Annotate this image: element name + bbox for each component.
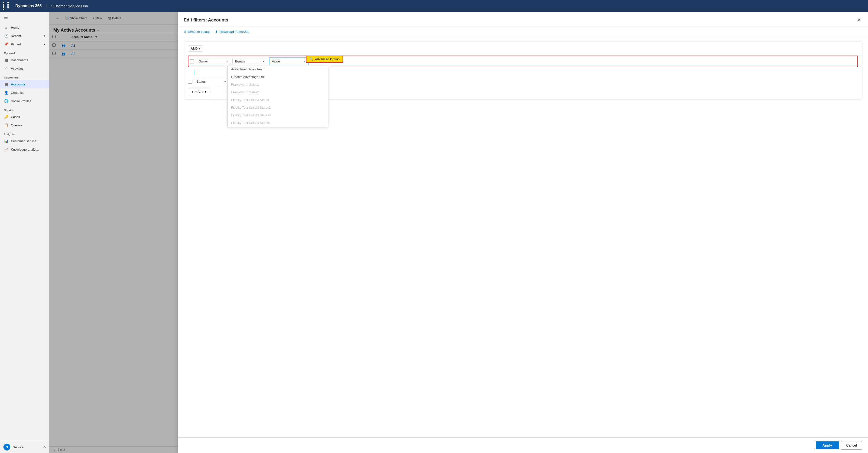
filter-op-1-label: Equals <box>235 60 245 63</box>
filter-operator-1[interactable]: Equals ▾ <box>232 58 267 65</box>
modal-close-button[interactable]: ✕ <box>857 16 862 24</box>
dropdown-item-7[interactable]: Fidelity Test Unit All States4 <box>228 119 328 127</box>
download-icon: ⬇ <box>215 30 218 34</box>
sidebar-item-customer-service[interactable]: 📊 Customer Service ... <box>0 137 49 145</box>
sidebar-activities-label: Activities <box>11 67 24 70</box>
social-icon: 🌐 <box>4 99 8 103</box>
filter-value-1[interactable]: Value ▾ <box>269 58 308 65</box>
field-1-arrow: ▾ <box>226 60 228 63</box>
modal-header: Edit filters: Accounts ✕ <box>178 12 868 27</box>
filter-field-2[interactable]: Status ▾ <box>194 78 228 85</box>
and-arrow: ▾ <box>198 47 200 51</box>
modal-overlay: Edit filters: Accounts ✕ ↺ Reset to defa… <box>50 12 868 453</box>
contacts-icon: 👤 <box>4 91 8 95</box>
pinned-icon: 📌 <box>4 42 8 46</box>
filter-field-2-label: Status <box>196 80 206 84</box>
filter-row1-checkbox[interactable] <box>190 60 194 63</box>
sidebar-knowledge-label: Knowledge analyt... <box>11 148 39 151</box>
section-insights: Insights <box>0 129 49 137</box>
sidebar-accounts-label: Accounts <box>11 83 25 86</box>
add-arrow: ▾ <box>205 90 207 94</box>
sidebar-item-activities[interactable]: ✓ Activities <box>0 64 49 72</box>
and-label: AND <box>191 47 197 51</box>
dropdown-item-5[interactable]: Fidelity Test Unit All States2 <box>228 104 328 111</box>
advanced-lookup-label: Advanced lookup <box>315 57 340 61</box>
value-1-arrow: ▾ <box>304 60 306 63</box>
dynamics-title: Dynamics 365 <box>15 4 42 8</box>
sidebar-pinned-label: Pinned <box>11 42 21 46</box>
activities-icon: ✓ <box>4 66 8 70</box>
sidebar-item-cases[interactable]: 🔑 Cases <box>0 112 49 121</box>
sidebar-cs-label: Customer Service ... <box>11 139 40 143</box>
sidebar-social-label: Social Profiles <box>11 99 31 103</box>
user-avatar: S <box>3 444 10 451</box>
filter-value-1-label: Value <box>272 60 280 63</box>
op-1-arrow: ▾ <box>263 60 264 63</box>
sidebar-item-pinned[interactable]: 📌 Pinned ▾ <box>0 40 49 48</box>
section-my-work: My Work <box>0 48 49 56</box>
app-name: Customer Service Hub <box>51 4 88 8</box>
sidebar-item-recent[interactable]: 🕐 Recent ▾ <box>0 32 49 40</box>
sidebar-dashboards-label: Dashboards <box>11 58 28 62</box>
cases-icon: 🔑 <box>4 115 8 119</box>
filter-row2-checkbox[interactable] <box>188 80 192 84</box>
filter-connector <box>194 70 194 75</box>
reset-to-default-button[interactable]: ↺ Reset to default <box>184 30 210 34</box>
and-badge[interactable]: AND ▾ <box>188 45 203 52</box>
sidebar-item-knowledge[interactable]: 📈 Knowledge analyt... <box>0 145 49 154</box>
section-service: Service <box>0 105 49 112</box>
value-dropdown-container: Value ▾ Adventurer Sales Team Creatim Ad… <box>269 58 308 65</box>
recent-arrow: ▾ <box>44 34 45 37</box>
modal-footer: Apply Cancel <box>178 438 868 453</box>
sidebar-item-social-profiles[interactable]: 🌐 Social Profiles <box>0 97 49 105</box>
sidebar-item-home[interactable]: ⌂ Home <box>0 23 49 32</box>
filter-row-1: Owner ▾ Equals ▾ Value ▾ <box>188 56 858 67</box>
sidebar-item-accounts[interactable]: ▣ Accounts <box>0 80 49 88</box>
dropdown-item-1[interactable]: Creatim Advantage Ltd <box>228 73 328 81</box>
download-label: Download FetchXML <box>220 30 249 34</box>
apply-button[interactable]: Apply <box>816 442 839 449</box>
dropdown-item-0[interactable]: Adventurer Sales Team <box>228 65 328 73</box>
sidebar-item-contacts[interactable]: 👤 Contacts <box>0 88 49 97</box>
filter-field-1-label: Owner <box>198 60 208 63</box>
title-separator: | <box>46 3 47 9</box>
add-label: + Add <box>195 90 204 94</box>
cancel-button[interactable]: Cancel <box>841 441 862 450</box>
dropdown-item-3[interactable]: Frameworth Sales2 <box>228 88 328 96</box>
modal-title: Edit filters: Accounts <box>184 18 228 23</box>
dropdown-item-4[interactable]: Fidelity Test Unit All States1 <box>228 96 328 104</box>
sidebar-item-queues[interactable]: 📋 Queues <box>0 121 49 129</box>
dropdown-item-6[interactable]: Fidelity Test Unit All States3 <box>228 111 328 119</box>
add-filter-button[interactable]: + + Add ▾ <box>188 88 210 95</box>
hamburger-menu[interactable]: ☰ <box>0 12 49 23</box>
modal-body: AND ▾ Owner ▾ Equals ▾ <box>178 36 868 438</box>
dropdown-item-2[interactable]: Frameworth Sales1 <box>228 81 328 88</box>
sidebar-recent-label: Recent <box>11 34 21 38</box>
footer-arrow: ◇ <box>43 445 46 449</box>
pinned-arrow: ▾ <box>44 43 45 46</box>
reset-icon: ↺ <box>184 30 186 34</box>
recent-icon: 🕐 <box>4 34 8 38</box>
filter-modal: Edit filters: Accounts ✕ ↺ Reset to defa… <box>178 12 868 453</box>
download-fetchxml-button[interactable]: ⬇ Download FetchXML <box>215 30 249 34</box>
sidebar: ☰ ⌂ Home 🕐 Recent ▾ 📌 Pinned ▾ My Work ▦… <box>0 12 50 453</box>
add-icon: + <box>192 90 194 94</box>
section-customers: Customers <box>0 72 49 80</box>
field-2-arrow: ▾ <box>224 80 226 83</box>
filter-field-1[interactable]: Owner ▾ <box>196 58 230 65</box>
app-grid-icon[interactable] <box>3 2 11 10</box>
value-dropdown-list: Adventurer Sales Team Creatim Advantage … <box>227 65 328 127</box>
reset-label: Reset to default <box>188 30 210 34</box>
sidebar-item-dashboards[interactable]: ▦ Dashboards <box>0 56 49 64</box>
customer-service-icon: 📊 <box>4 139 8 143</box>
advanced-lookup-icon: 🔍 <box>309 57 313 61</box>
sidebar-queues-label: Queues <box>11 123 22 127</box>
home-icon: ⌂ <box>4 25 8 29</box>
sidebar-contacts-label: Contacts <box>11 91 24 95</box>
modal-toolbar: ↺ Reset to default ⬇ Download FetchXML <box>178 27 868 36</box>
knowledge-icon: 📈 <box>4 148 8 151</box>
dashboards-icon: ▦ <box>4 58 8 62</box>
advanced-lookup-button[interactable]: 🔍 Advanced lookup <box>306 56 343 63</box>
top-bar: Dynamics 365 | Customer Service Hub <box>0 0 868 12</box>
sidebar-footer[interactable]: S Service ◇ <box>0 441 49 453</box>
